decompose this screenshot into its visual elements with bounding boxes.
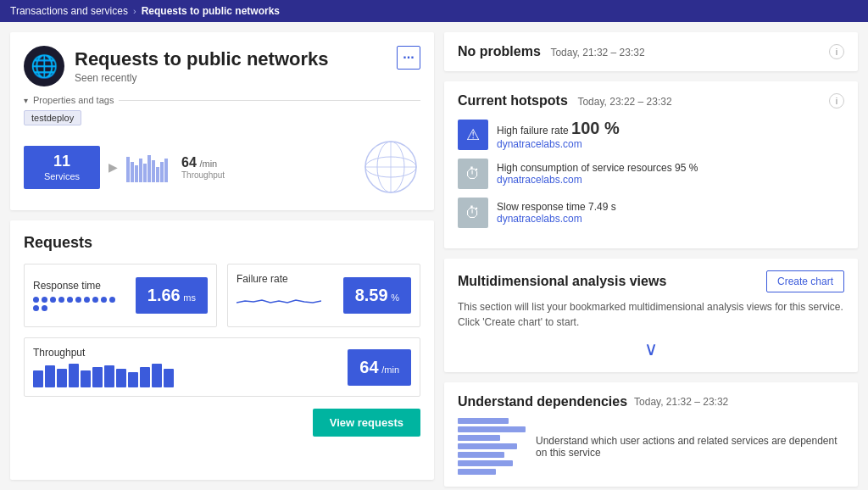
hotspot-failure-desc: High failure rate 100 % [497,119,620,138]
analysis-title: Multidimensional analysis views [458,274,666,289]
entity-subtitle: Seen recently [75,72,329,84]
more-options-button[interactable]: ··· [397,46,420,70]
dependencies-chart [458,418,526,475]
dependencies-card: Understand dependencies Today, 21:32 – 2… [444,382,858,487]
entity-title: Requests to public networks [75,48,329,70]
response-time-metric: Response time 1.66 ms [24,264,217,327]
globe-icon: 🌐 [24,46,64,86]
throughput-label: Throughput [33,347,174,359]
hotspots-title: Current hotspots [458,93,568,108]
no-problems-card: No problems Today, 21:32 – 23:32 i [444,32,858,71]
services-button[interactable]: 11 Services [24,146,100,189]
hotspot-warn-icon: ⏱ [458,159,488,189]
hotspot-resources-desc: High consumption of service resources 95… [497,162,698,174]
hotspots-info-icon[interactable]: i [829,93,844,109]
breadcrumb-separator: › [133,6,136,16]
entity-header-card: 🌐 Requests to public networks Seen recen… [10,32,434,210]
dependencies-description: Understand which user actions and relate… [536,435,844,459]
response-time-value-box: 1.66 ms [136,277,208,314]
hotspots-time: Today, 23:22 – 23:32 [577,96,671,108]
failure-rate-chart [236,290,321,315]
response-time-label: Response time [33,280,118,292]
no-problems-info-icon[interactable]: i [829,44,844,59]
failure-rate-metric: Failure rate 8.59 % [227,264,420,327]
create-chart-button[interactable]: Create chart [766,270,844,292]
hotspot-item-resources: ⏱ High consumption of service resources … [458,159,844,189]
requests-card: Requests Response time 1.66 [10,220,434,480]
properties-label[interactable]: ▾ Properties and tags [24,95,420,105]
globe-decoration [361,137,420,197]
requests-title: Requests [24,234,420,252]
hotspot-item-failure: ⚠ High failure rate 100 % dynatracelabs.… [458,119,844,150]
no-problems-time: Today, 21:32 – 23:32 [550,47,644,58]
hotspot-slow-link[interactable]: dynatracelabs.com [497,213,616,225]
analysis-expand-icon[interactable]: ∨ [458,338,844,360]
failure-rate-label: Failure rate [236,273,321,285]
view-requests-button[interactable]: View requests [313,409,420,437]
breadcrumb-requests[interactable]: Requests to public networks [142,5,280,17]
hotspot-slow-desc: Slow response time 7.49 s [497,201,616,213]
analysis-card: Multidimensional analysis views Create c… [444,259,858,372]
dependencies-title: Understand dependencies [458,394,627,409]
breadcrumb-transactions[interactable]: Transactions and services [10,5,128,17]
no-problems-title: No problems [458,44,541,58]
top-navigation: Transactions and services › Requests to … [0,0,868,22]
hotspot-error-icon: ⚠ [458,120,488,150]
tag-testdeploy[interactable]: testdeploy [24,110,81,125]
hotspots-card: Current hotspots Today, 23:22 – 23:32 i … [444,81,858,248]
hotspot-resources-link[interactable]: dynatracelabs.com [497,174,698,186]
throughput-info: 64 /min Throughput [181,155,225,180]
throughput-metric: Throughput [24,337,420,397]
hotspot-slow-icon: ⏱ [458,198,488,228]
dependencies-time: Today, 21:32 – 23:32 [634,396,728,408]
flow-arrow: ▶ [108,160,118,174]
throughput-value-box: 64 /min [348,349,411,386]
hotspot-item-slow: ⏱ Slow response time 7.49 s dynatracelab… [458,198,844,228]
analysis-description: This section will list your bookmarked m… [458,299,844,330]
failure-rate-value-box: 8.59 % [343,277,411,314]
hotspot-failure-link[interactable]: dynatracelabs.com [497,138,620,150]
